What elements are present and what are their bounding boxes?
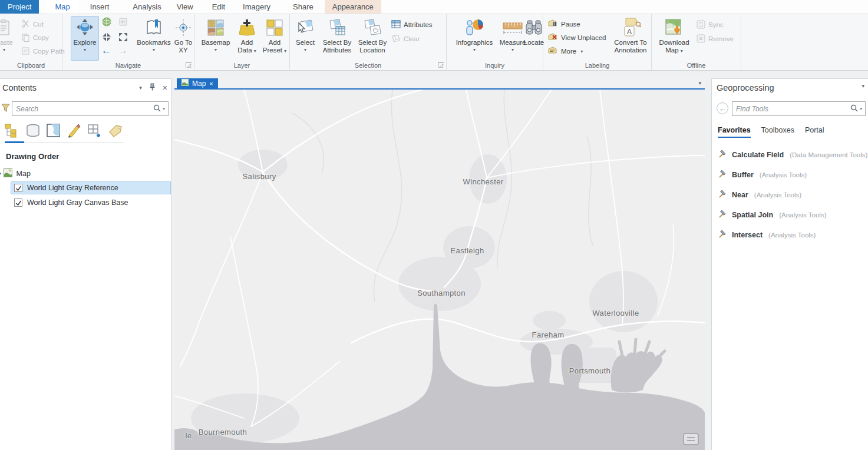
find-tools-input[interactable]	[732, 105, 850, 113]
bookmarks-label: Bookmarks	[137, 39, 171, 47]
map-tree-node[interactable]: ▾ Map	[0, 168, 31, 179]
map-document-tab[interactable]: Map ×	[177, 78, 218, 88]
back-button[interactable]: ←	[717, 102, 728, 114]
ribbon-tab-bar: Project Map Insert Analysis View Edit Im…	[0, 0, 868, 14]
close-icon[interactable]: ×	[163, 83, 167, 92]
pin-icon[interactable]	[149, 83, 156, 92]
paste-button: Paste ▾	[0, 16, 18, 61]
tool-row-buffer[interactable]: Buffer (Analysis Tools)	[712, 165, 868, 185]
layer-row-canvas-base[interactable]: World Light Gray Canvas Base	[11, 196, 171, 209]
basemap-button[interactable]: Basemap ▾	[199, 16, 232, 61]
tool-hammer-icon	[718, 209, 727, 221]
dropdown-arrow-icon[interactable]: ▾	[163, 106, 165, 111]
tab-appearance[interactable]: Appearance	[325, 0, 381, 14]
view-unplaced-button[interactable]: View Unplaced	[548, 32, 606, 43]
list-by-labeling-icon[interactable]	[108, 123, 123, 138]
convert-to-annotation-button[interactable]: A Convert To Annotation	[612, 16, 649, 61]
dropdown-arrow-icon: ▾	[284, 48, 286, 54]
tab-map[interactable]: Map	[47, 0, 77, 14]
more-labeling-button[interactable]: More ▾	[548, 46, 583, 57]
add-preset-button[interactable]: Add Preset ▾	[260, 16, 289, 61]
clear-button: Clear	[391, 34, 420, 44]
tab-imagery[interactable]: Imagery	[235, 0, 278, 14]
measure-icon	[502, 16, 523, 39]
panel-menu-icon[interactable]: ▾	[862, 83, 864, 89]
fixed-zoom-in-icon[interactable]	[101, 32, 112, 42]
full-extent-icon[interactable]	[101, 16, 112, 27]
map-canvas[interactable]: SalisburyWinchesterEastleighSouthamptonW…	[174, 90, 705, 450]
filter-icon[interactable]	[1, 104, 10, 115]
previous-view-button[interactable]: ←	[101, 46, 111, 55]
tab-share[interactable]: Share	[285, 0, 321, 14]
ribbon-group-layer: Basemap ▾ Add Data ▾ Add Preset ▾ Layer	[194, 14, 290, 70]
infographics-label: Infographics	[456, 39, 493, 47]
tab-analysis[interactable]: Analysis	[125, 0, 169, 14]
contents-search-input[interactable]	[12, 105, 153, 113]
tool-hammer-icon	[718, 169, 727, 181]
contents-panel-title: Contents	[2, 83, 37, 92]
list-by-snapping-icon[interactable]	[87, 123, 103, 138]
tab-favorites[interactable]: Favorites	[718, 126, 751, 138]
search-icon[interactable]	[153, 104, 161, 113]
fixed-zoom-out-icon[interactable]	[118, 32, 128, 42]
search-icon[interactable]	[850, 104, 858, 113]
infographics-button[interactable]: Infographics ▾	[450, 16, 499, 61]
paste-icon	[0, 16, 12, 39]
add-preset-icon	[266, 16, 283, 39]
selection-dialog-launcher[interactable]: ◿	[438, 62, 444, 68]
tool-row-calculate-field[interactable]: Calculate Field (Data Management Tools)	[712, 145, 868, 165]
measure-button[interactable]: Measure ▾	[499, 16, 527, 61]
map-tab-strip: Map × ▾	[174, 78, 705, 88]
select-by-attributes-label: Select By Attributes	[320, 39, 354, 54]
expander-icon[interactable]: ▾	[0, 171, 1, 177]
copy-button: Copy	[21, 32, 49, 43]
list-by-editing-icon[interactable]	[67, 123, 82, 138]
tab-insert[interactable]: Insert	[82, 0, 117, 14]
list-by-data-source-icon[interactable]	[25, 123, 41, 138]
tab-project[interactable]: Project	[0, 0, 39, 14]
select-by-location-button[interactable]: Select By Location	[356, 16, 389, 61]
tab-view[interactable]: View	[169, 0, 201, 14]
layer-checkbox[interactable]	[14, 184, 22, 192]
tab-portal[interactable]: Portal	[805, 126, 824, 138]
layer-checkbox[interactable]	[14, 198, 22, 207]
dropdown-arrow-icon[interactable]: ▾	[860, 106, 862, 111]
favorite-tools-list: Calculate Field (Data Management Tools) …	[712, 145, 868, 245]
attributes-button[interactable]: Attributes	[391, 19, 433, 30]
pause-labeling-button[interactable]: Pause	[548, 19, 580, 29]
view-unplaced-label: View Unplaced	[561, 34, 606, 41]
group-label-selection: Selection	[290, 62, 446, 69]
layer-row-reference[interactable]: World Light Gray Reference	[11, 181, 171, 194]
bookmarks-button[interactable]: Bookmarks ▾	[136, 16, 172, 61]
copy-path-icon	[21, 47, 30, 57]
go-to-xy-icon	[174, 16, 192, 39]
go-to-xy-button[interactable]: Go To XY	[173, 16, 193, 61]
tool-row-spatial-join[interactable]: Spatial Join (Analysis Tools)	[712, 205, 868, 225]
copy-path-button: Copy Path	[21, 46, 65, 57]
annotation-letter: A	[627, 28, 632, 36]
remove-label: Remove	[708, 35, 734, 42]
explore-button[interactable]: Explore ▾	[71, 16, 99, 61]
panel-menu-icon[interactable]: ▾	[139, 85, 142, 91]
add-data-button[interactable]: Add Data ▾	[233, 16, 260, 61]
list-by-drawing-order-icon[interactable]	[5, 123, 20, 138]
basemap-label: Basemap	[202, 39, 230, 47]
map-city-label: Bournemouth	[199, 428, 247, 436]
map-labels: SalisburyWinchesterEastleighSouthamptonW…	[174, 90, 705, 450]
tab-toolboxes[interactable]: Toolboxes	[761, 126, 794, 138]
ribbon-group-navigate: Explore ▾ ← → Bookmarks ▾	[62, 14, 194, 70]
sync-button: Sync	[697, 19, 724, 30]
download-map-button[interactable]: Download Map ▾	[655, 16, 693, 61]
tab-edit[interactable]: Edit	[204, 0, 233, 14]
close-icon[interactable]: ×	[209, 80, 213, 87]
tab-list-dropdown-icon[interactable]: ▾	[698, 80, 701, 86]
locate-button[interactable]: Locate	[524, 16, 543, 61]
tool-row-near[interactable]: Near (Analysis Tools)	[712, 185, 868, 205]
select-button[interactable]: Select ▾	[292, 16, 318, 61]
navigate-dialog-launcher[interactable]: ◿	[186, 62, 192, 68]
tool-row-intersect[interactable]: Intersect (Analysis Tools)	[712, 225, 868, 245]
download-map-label: Download Map ▾	[656, 39, 692, 55]
select-by-attributes-button[interactable]: Select By Attributes	[319, 16, 355, 61]
map-overview-control-icon[interactable]	[683, 433, 699, 445]
list-by-selection-icon[interactable]	[46, 123, 61, 138]
